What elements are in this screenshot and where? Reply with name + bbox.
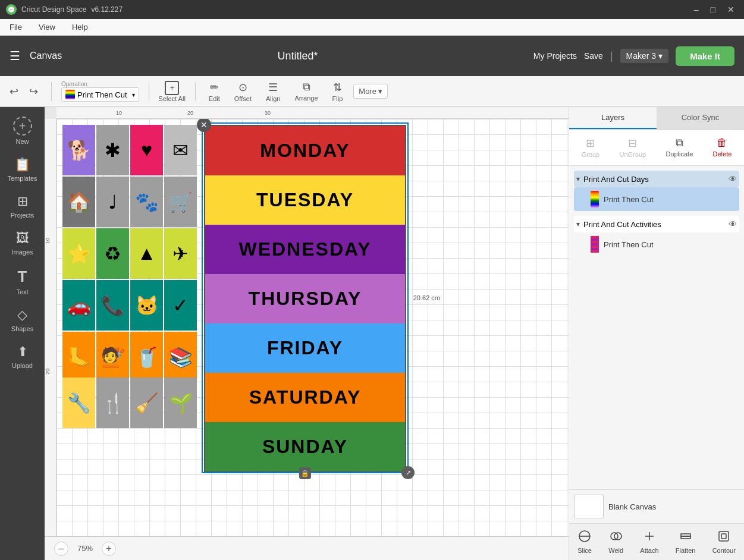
menu-file[interactable]: File [6,21,26,33]
layer-item-activities-label: Print Then Cut [604,240,654,249]
maximize-btn[interactable]: □ [707,4,719,15]
make-it-btn[interactable]: Make It [676,46,734,66]
undo-redo-group: ↩ ↪ [6,83,42,100]
sidebar-item-text[interactable]: T Text [0,263,45,300]
contour-btn[interactable]: Contour [709,527,739,556]
edit-icon: ✏ [210,81,219,94]
edit-btn[interactable]: ✏ Edit [205,78,224,105]
zoom-in-btn[interactable]: + [102,542,116,556]
day-friday: FRIDAY [205,323,405,373]
ruler-vertical: 10 20 [45,119,56,560]
icon-cell: 🍴 [96,377,129,428]
svg-rect-8 [719,531,729,541]
main-layout: + New 📋 Templates ⊞ Projects 🖼 Images T … [0,107,744,560]
panel-bottom-tools: Slice Weld Attach [569,523,744,560]
hamburger-menu[interactable]: ☰ [10,49,20,63]
machine-selector[interactable]: Maker 3 ▾ [620,49,669,63]
align-icon: ☰ [268,81,278,94]
align-btn[interactable]: ☰ Align [262,78,284,105]
select-all-btn[interactable]: + Select All [159,81,186,102]
flatten-icon [679,530,692,546]
menu-help[interactable]: Help [68,21,92,33]
zoom-out-btn[interactable]: – [54,542,68,556]
layer-item-days[interactable]: Print Then Cut [574,187,739,211]
toolbar-sep-3 [195,82,196,101]
sidebar-item-templates[interactable]: 📋 Templates [0,152,45,187]
group-icon: ⊞ [586,137,595,150]
delete-btn[interactable]: 🗑 Delete [708,134,737,161]
flip-btn[interactable]: ⇅ Flip [329,78,347,105]
day-wednesday: WEDNESDAY [205,225,405,274]
slice-btn[interactable]: Slice [574,527,595,556]
menu-view[interactable]: View [35,21,59,33]
delete-icon: 🗑 [717,137,727,149]
sidebar-templates-label: Templates [7,175,37,182]
sidebar-item-new[interactable]: + New [0,112,45,150]
more-btn[interactable]: More ▾ [353,84,388,99]
day-thursday: THURSDAY [205,274,405,323]
zoom-bar: – 75% + [45,536,569,560]
right-panel: Layers Color Sync ⊞ Group ⊟ UnGroup ⧉ Du… [569,107,744,560]
icon-cell: 🥤 [130,332,163,382]
operation-label: Operation [61,81,139,87]
save-btn[interactable]: Save [584,51,603,61]
days-schedule: MONDAY TUESDAY WEDNESDAY THURSDAY FRIDAY [204,125,406,473]
close-btn[interactable]: ✕ [724,4,738,15]
operation-select[interactable]: Print Then Cut ▾ [61,87,139,102]
ruler-mark-10v: 10 [45,238,51,244]
app-version: v6.12.227 [91,5,123,14]
sidebar-item-shapes[interactable]: ◇ Shapes [0,303,45,337]
layer-group-days-header[interactable]: ▾ Print And Cut Days 👁 [574,171,739,187]
icon-cell: ✓ [164,280,197,331]
my-projects-btn[interactable]: My Projects [533,51,577,61]
weld-icon [610,530,623,546]
toolbar-sep-2 [149,82,149,101]
layer-item-activities[interactable]: Print Then Cut [574,232,739,256]
group-btn[interactable]: ⊞ Group [577,134,605,161]
ruler-mark-20v: 20 [45,369,51,375]
offset-btn[interactable]: ⊙ Offset [231,78,255,105]
icons-row6: 🔧 🍴 🧹 🌱 [62,377,197,428]
more-label: More [359,87,376,96]
slice-icon [578,530,591,546]
duplicate-btn[interactable]: ⧉ Duplicate [661,134,698,161]
minimize-btn[interactable]: – [690,4,702,15]
ungroup-icon: ⊟ [628,137,637,150]
flatten-label: Flatten [676,547,696,554]
arrange-icon: ⧉ [303,81,310,93]
icon-cell: ✉ [164,125,197,175]
tab-color-sync[interactable]: Color Sync [657,107,744,129]
icon-cell: ✈ [164,228,197,279]
ruler-mark-20: 20 [187,110,193,116]
machine-label: Maker 3 [626,51,657,61]
slice-label: Slice [577,547,592,554]
weld-btn[interactable]: Weld [605,527,627,556]
visibility-eye-days-icon[interactable]: 👁 [729,174,737,184]
app-logo: ✂ [6,4,17,15]
project-title[interactable]: Untitled* [69,50,526,62]
tab-layers[interactable]: Layers [569,107,657,129]
undo-btn[interactable]: ↩ [6,83,22,100]
sidebar-item-upload[interactable]: ⬆ Upload [0,339,45,374]
attach-btn[interactable]: Attach [636,527,662,556]
panel-tabs: Layers Color Sync [569,107,744,130]
header-divider: | [610,50,613,62]
layer-group-activities: ▾ Print And Cut Activities 👁 Print Then … [574,216,739,256]
layer-group-activities-header[interactable]: ▾ Print And Cut Activities 👁 [574,216,739,232]
dimension-width: 13.03 cm [291,119,318,120]
icon-cell: 🧹 [130,377,163,428]
canvas-area[interactable]: 10 20 30 10 20 🐕 ✱ ♥ ✉ 🏠 ♩ [45,107,569,560]
redo-btn[interactable]: ↪ [26,83,42,100]
sidebar-shapes-label: Shapes [11,325,33,332]
operation-value: Print Then Cut [77,90,127,99]
machine-chevron-icon: ▾ [658,51,663,61]
arrange-btn[interactable]: ⧉ Arrange [291,78,321,104]
icon-cell: 💇 [96,332,129,382]
visibility-eye-activities-icon[interactable]: 👁 [729,219,737,229]
ungroup-btn[interactable]: ⊟ UnGroup [615,134,651,161]
flatten-btn[interactable]: Flatten [672,527,699,556]
layer-item-days-label: Print Then Cut [604,195,654,204]
sidebar-item-projects[interactable]: ⊞ Projects [0,189,45,224]
sidebar-item-images[interactable]: 🖼 Images [0,226,45,260]
layer-color-strip-days [591,191,599,207]
